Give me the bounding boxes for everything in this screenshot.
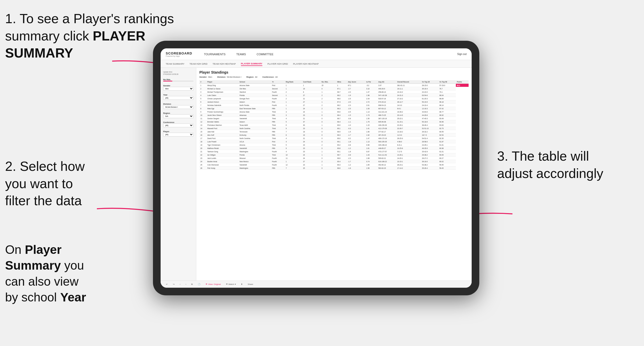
sign-in-link[interactable]: Sign out (457, 53, 467, 56)
gender-label: Gender (163, 85, 194, 87)
undo-btn[interactable]: ↩ (165, 283, 169, 286)
gender-select[interactable]: Men Women (163, 87, 194, 91)
table-row: 16Alex GoffKentuckyFifth819068.3-1.71.92… (199, 133, 469, 137)
player-select[interactable]: (All) (163, 133, 194, 136)
table-row: 15Jake HallTennesseeFifth718068.5-1.51.6… (199, 130, 469, 133)
table-row: 24Bastien AmatNew MexicoFourth127269.4-1… (199, 160, 469, 163)
table-row: 10Jacob Skov OlesenArkansasFifth323068.4… (199, 114, 469, 117)
table-row: 3Michael ThorbjornsenStanfordFourth28168… (199, 90, 469, 94)
conference-select[interactable]: (All) (163, 123, 194, 127)
region-label: Region (163, 112, 194, 114)
header-filters-row: Gender: Men Division: NCAA Division I Re… (199, 76, 469, 78)
table-area: Player Standings Gender: Men Division: N… (196, 68, 472, 281)
annotation-3: 3. The table will adjust accordingly (497, 148, 640, 182)
table-row: 4Luke ClatonFloridaSecond127268.2-1.61.9… (199, 94, 469, 97)
table-row: 12Brendan ValdesAuburnFifth537068.4-1.11… (199, 120, 469, 123)
division-label: Division (163, 103, 194, 105)
table-row: 22Ian GilliganFloridaThird1024168.7-0.81… (199, 153, 469, 157)
table-row: 20Matthew RiedelVanderbiltFifth923069.8-… (199, 147, 469, 150)
table-body: 1Wenyi DingArizona StateFirst1115167.1-3… (199, 84, 469, 170)
nav-item-committee[interactable]: COMMITTEE (255, 52, 275, 57)
table-row: 26Petr HrubyWashingtonFifth725068.6-1.81… (199, 167, 469, 170)
table-row: 13Phichakun MaichonTexas A&MThird630169.… (199, 123, 469, 127)
region-select[interactable]: N/A All (163, 114, 194, 118)
table-row: 6Jackson KoivunAuburnFirst127167.3-2.02.… (199, 100, 469, 104)
year-select[interactable]: (All) First Second Third Fourth Fifth (163, 96, 194, 100)
nav-bar: SCOREBOARD Powered by clippi TOURNAMENTS… (161, 48, 472, 60)
back-btn[interactable]: ‹ (178, 283, 182, 286)
player-label: Player (163, 130, 194, 133)
main-content: Update time: 27/03/2024 16:56:26 No Rds.… (161, 68, 472, 281)
sub-nav: TEAM SUMMARY TEAM H2H GRID TEAM H2H HEAT… (161, 60, 472, 68)
sub-nav-team-h2h-heatmap[interactable]: TEAM H2H HEATMAP (213, 62, 236, 66)
clock-btn[interactable]: 🕐 (197, 283, 202, 286)
copy-btn[interactable]: ⧉ (190, 283, 194, 286)
nav-item-tournaments[interactable]: TOURNAMENTS (202, 52, 227, 57)
export-btn[interactable]: ⬇ (240, 283, 244, 286)
table-row: 17David FordNorth CarolinaThird421069.0-… (199, 137, 469, 140)
table-row: 5Christo LamprechtGeorgia TechFourth2212… (199, 97, 469, 100)
logo-text: SCOREBOARD (166, 51, 192, 55)
sub-nav-player-h2h-heatmap[interactable]: PLAYER H2H HEATMAP (293, 62, 319, 66)
watch-btn[interactable]: 👁 Watch ▾ (225, 283, 237, 286)
table-row: 18Luke PowellUCLAFirst424069.1-1.81.1350… (199, 140, 469, 143)
redo-btn[interactable]: ↪ (172, 283, 176, 286)
bottom-toolbar: ↩ ↪ ‹ › ⧉ 🕐 👁 View: Original 👁 Watch ▾ ⬇… (161, 281, 472, 288)
table-header-row: # Player School Yr Reg Rank Conf Rank No… (199, 80, 469, 84)
sub-nav-player-h2h-grid[interactable]: PLAYER H2H GRID (267, 62, 288, 66)
view-btn[interactable]: 👁 View: Original (204, 283, 222, 286)
table-row: 9Preston SummerhaysArizona StateThird324… (199, 110, 469, 114)
nav-item-teams[interactable]: TEAMS (235, 52, 248, 57)
table-title: Player Standings (199, 70, 469, 74)
update-time: Update time: 27/03/2024 16:56:26 (163, 71, 194, 75)
annotation-bottom: On PlayerSummary you can also view by sc… (5, 242, 115, 306)
standings-table: # Player School Yr Reg Rank Conf Rank No… (199, 80, 469, 170)
left-panel: Update time: 27/03/2024 16:56:26 No Rds.… (161, 68, 196, 281)
share-btn[interactable]: Share (247, 283, 254, 286)
table-row: 2Michael Le SassoOle MissSecond118067.1-… (199, 87, 469, 90)
table-row: 21Taehoon SongWashingtonFourth423169.1-1… (199, 150, 469, 153)
forward-btn[interactable]: › (184, 283, 188, 286)
sub-nav-team-h2h-grid[interactable]: TEAM H2H GRID (189, 62, 208, 66)
table-row: 23Jack LundinMissouriFourth1124068.6-2.3… (199, 157, 469, 160)
logo-area: SCOREBOARD Powered by clippi (166, 51, 192, 57)
tablet-screen: SCOREBOARD Powered by clippi TOURNAMENTS… (161, 48, 472, 288)
table-row: 25Cole SherwoodVanderbiltFourth1223169.3… (199, 163, 469, 167)
year-label: Year (163, 94, 194, 96)
annotation-2: 2. Select how you want to filter the dat… (5, 158, 102, 210)
table-row: 19Tiger ChristensenArizonaThird523269.2-… (199, 143, 469, 147)
no-rds-slider[interactable] (163, 81, 194, 81)
conference-label: Conference (163, 121, 194, 123)
logo-sub: Powered by clippi (166, 55, 192, 57)
table-row: 14Maxwell FordNorth CarolinaThird923069.… (199, 127, 469, 130)
no-rds-label: No Rds. (163, 78, 194, 81)
sub-nav-team-summary[interactable]: TEAM SUMMARY (166, 62, 184, 66)
tablet: SCOREBOARD Powered by clippi TOURNAMENTS… (153, 41, 479, 295)
table-row: 11Gordon SargentVanderbiltThird421068.7-… (199, 117, 469, 120)
table-row: 1Wenyi DingArizona StateFirst1115167.1-3… (199, 84, 469, 87)
sub-nav-player-summary[interactable]: PLAYER SUMMARY (241, 62, 262, 66)
division-select[interactable]: NCAA Division I NCAA Division II NCAA Di… (163, 105, 194, 109)
table-row: 8Mats EgeEast Tennessee StateFifth124268… (199, 107, 469, 110)
table-row: 7Nicholas GabrelcikNorth FloridaFourth12… (199, 104, 469, 107)
